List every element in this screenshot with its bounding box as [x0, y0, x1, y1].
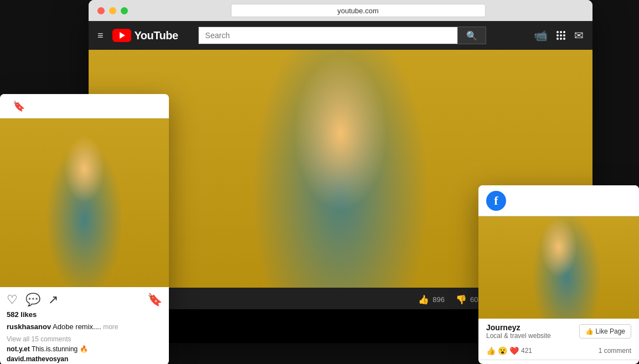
youtube-logo: YouTube [112, 29, 178, 42]
ig-likes-count: 582 likes [0, 310, 169, 322]
youtube-navbar: ≡ YouTube 🔍 📹 ✉ [89, 21, 592, 50]
ig-view-comments[interactable]: View all 15 comments [0, 335, 169, 345]
facebook-photo [478, 216, 639, 319]
traffic-light-red[interactable] [97, 7, 105, 14]
ig-bookmark-header-icon[interactable]: 🔖 [13, 100, 25, 112]
facebook-actions-bar: 👍 Like 💬 Comment ↗ Share [478, 360, 639, 364]
ig-comment-2: david.mathevosyan [0, 355, 169, 364]
facebook-header: f [478, 185, 639, 216]
browser-title-bar: youtube.com [89, 0, 592, 21]
notifications-icon[interactable]: ✉ [574, 29, 584, 42]
ig-commenter2-username: david.mathevosyan [7, 355, 68, 363]
traffic-light-green[interactable] [121, 7, 128, 14]
ig-caption-text: Adobe remix.... [53, 323, 101, 331]
youtube-nav-icons: 📹 ✉ [534, 29, 584, 42]
facebook-window: f Journeyz Local & travel website 👍 Like… [478, 185, 639, 364]
ig-caption: ruskhasanov Adobe remix.... more [0, 322, 169, 335]
upload-video-icon[interactable]: 📹 [534, 29, 548, 42]
search-input[interactable] [198, 27, 457, 44]
thumbs-up-icon: 👍 [418, 294, 429, 305]
browser-chrome: youtube.com ≡ YouTube 🔍 📹 [89, 0, 592, 50]
facebook-reactions-bar: 👍 😮 ❤️ 421 1 comment [478, 344, 639, 360]
facebook-logo: f [486, 191, 506, 211]
youtube-logo-icon [112, 29, 131, 42]
facebook-page-name: Journeyz [486, 323, 551, 332]
facebook-reactions-left: 👍 😮 ❤️ 421 [486, 346, 532, 355]
ig-save-button[interactable]: 🔖 [147, 293, 162, 307]
address-bar-url: youtube.com [337, 7, 378, 15]
search-button[interactable]: 🔍 [457, 27, 486, 44]
fb-wow-reaction: 😮 [498, 346, 507, 355]
facebook-like-page-button[interactable]: 👍 Like Page [579, 324, 631, 339]
ig-header-spacer [7, 102, 8, 110]
dislike-count: 60 [470, 295, 478, 304]
ig-comment-emoji: 🔥 [80, 345, 88, 353]
facebook-comment-count[interactable]: 1 comment [599, 347, 631, 355]
like-count: 896 [432, 295, 445, 304]
youtube-logo-text: YouTube [135, 29, 178, 42]
ig-comment-text: This.is.stunning [32, 345, 78, 353]
ig-share-button[interactable]: ↗ [48, 293, 58, 307]
search-container: 🔍 [198, 27, 486, 44]
ig-like-button[interactable]: ♡ [7, 293, 18, 307]
dislike-button[interactable]: 👎 60 [456, 294, 478, 305]
facebook-page-type: Local & travel website [486, 332, 551, 340]
fb-like-reaction: 👍 [486, 346, 496, 355]
fb-reaction-count: 421 [521, 347, 532, 355]
facebook-page-info: Journeyz Local & travel website 👍 Like P… [478, 319, 639, 344]
ig-commenter-username: not.y.et [7, 345, 30, 353]
fb-heart-reaction: ❤️ [509, 346, 519, 355]
ig-comment-button[interactable]: 💬 [25, 293, 40, 307]
ig-caption-username: ruskhasanov [7, 323, 51, 331]
thumbs-down-icon: 👎 [456, 294, 467, 305]
hamburger-menu-button[interactable]: ≡ [97, 30, 104, 41]
instagram-image [0, 118, 169, 287]
ig-more-link[interactable]: more [103, 323, 118, 331]
facebook-page-details: Journeyz Local & travel website [486, 323, 551, 340]
search-icon: 🔍 [466, 30, 477, 41]
instagram-window: 🔖 ♡ 💬 ↗ 🔖 582 likes ruskhasanov Adobe re… [0, 94, 169, 364]
traffic-light-yellow[interactable] [109, 7, 116, 14]
instagram-actions: ♡ 💬 ↗ 🔖 [0, 287, 169, 310]
address-bar[interactable]: youtube.com [231, 4, 486, 17]
apps-grid-icon[interactable] [556, 31, 565, 40]
facebook-image [478, 216, 639, 319]
like-button[interactable]: 👍 896 [418, 294, 445, 305]
instagram-header: 🔖 [0, 94, 169, 118]
ig-comment-1: not.y.et This.is.stunning 🔥 [0, 345, 169, 355]
instagram-photo [0, 118, 169, 287]
